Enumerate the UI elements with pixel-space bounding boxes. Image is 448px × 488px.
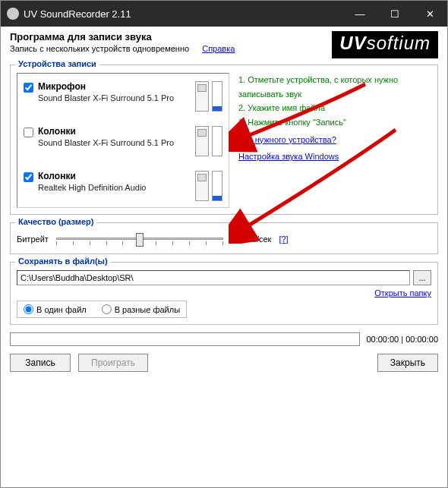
devices-group-title: Устройства записи [15,59,99,68]
volume-slider[interactable] [195,171,209,201]
radio-multi-file[interactable]: В разные файлы [102,304,180,314]
save-group-title: Сохранять в файл(ы) [15,257,111,266]
save-path-input[interactable] [17,270,410,285]
device-name: Микрофон [38,81,195,92]
radio-multi-input[interactable] [102,304,112,314]
hints-panel: 1. Отметьте устройства, с которых нужно … [238,73,431,208]
brand-logo: UVsoftium [332,31,438,58]
device-checkbox[interactable] [24,128,33,137]
bitrate-value: 128 Кб/сек [231,235,272,244]
devices-list[interactable]: МикрофонSound Blaster X-Fi Surround 5.1 … [17,73,229,208]
device-desc: Realtek High Definition Audio [38,183,195,192]
device-name: Колонки [38,126,195,137]
bitrate-help-link[interactable]: [?] [279,235,288,244]
device-checkbox[interactable] [24,172,33,182]
open-folder-link[interactable]: Открыть папку [374,288,431,298]
hint-3: 3. Нажмите кнопку "Запись" [238,115,431,130]
device-name: Колонки [38,171,195,181]
level-meter [212,171,222,201]
device-desc: Sound Blaster X-Fi Surround 5.1 Pro [38,138,195,147]
quality-group: Качество (размер) Битрейт 128 Кб/сек [?] [10,222,438,254]
hint-1: 1. Отметьте устройства, с которых нужно … [238,73,431,101]
devices-group: Устройства записи МикрофонSound Blaster … [10,65,438,215]
titlebar: UV SoundRecorder 2.11 — ☐ ✕ [1,1,447,27]
save-group: Сохранять в файл(ы) ... Открыть папку В … [10,262,438,325]
record-button[interactable]: Запись [10,354,71,372]
button-row: Запись Проиграть Закрыть [10,354,438,372]
close-button[interactable]: ✕ [412,1,447,27]
browse-button[interactable]: ... [413,270,431,285]
level-meter [212,81,222,112]
minimize-button[interactable]: — [342,1,377,27]
volume-slider[interactable] [195,81,209,112]
window-title: UV SoundRecorder 2.11 [24,8,342,20]
volume-slider[interactable] [195,126,209,156]
play-button[interactable]: Проиграть [78,354,148,372]
app-icon [7,8,19,20]
file-mode-radios: В один файл В разные файлы [17,301,187,318]
device-item[interactable]: КолонкиSound Blaster X-Fi Surround 5.1 P… [22,121,224,162]
progress-bar [10,332,360,346]
radio-single-input[interactable] [24,304,33,314]
progress-row: 00:00:00 | 00:00:00 [10,332,438,346]
device-item[interactable]: МикрофонSound Blaster X-Fi Surround 5.1 … [22,77,224,117]
time-display: 00:00:00 | 00:00:00 [366,335,438,344]
bitrate-label: Битрейт [17,235,49,244]
device-checkbox[interactable] [24,83,33,93]
help-link[interactable]: Справка [202,44,235,53]
windows-sound-link[interactable]: Настройка звука Windows [238,150,339,164]
close-window-button[interactable]: Закрыть [377,354,438,372]
radio-single-file[interactable]: В один файл [24,304,87,314]
quality-group-title: Качество (размер) [15,217,96,226]
device-item[interactable]: КолонкиRealtek High Definition Audio [22,166,224,206]
bitrate-slider[interactable] [56,231,223,247]
program-subtitle: Запись с нескольких устройств одновремен… [10,44,332,53]
program-title: Программа для записи звука [10,31,332,43]
hint-2: 2. Укажите имя файла [238,101,431,115]
header: Программа для записи звука Запись с неск… [10,31,438,58]
maximize-button[interactable]: ☐ [377,1,412,27]
no-device-link[interactable]: Нет нужного устройства? [238,133,336,147]
level-meter [212,126,222,156]
device-desc: Sound Blaster X-Fi Surround 5.1 Pro [38,93,195,102]
